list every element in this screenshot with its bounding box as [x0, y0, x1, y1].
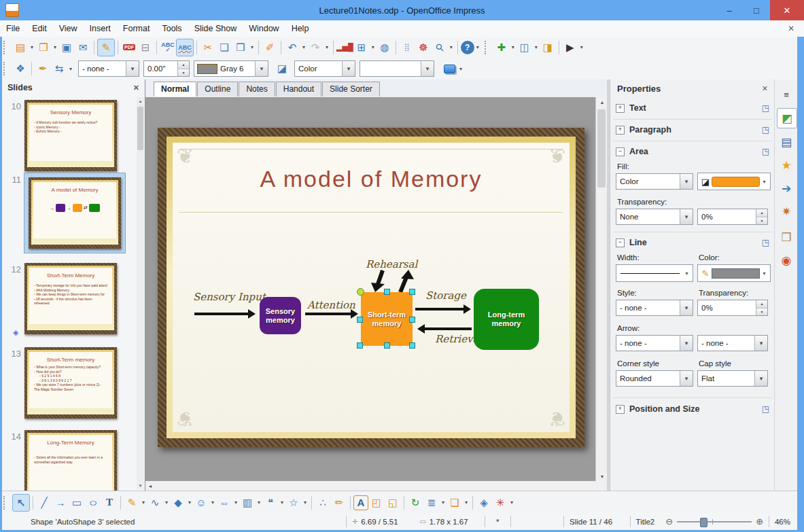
menu-item-window[interactable]: Window [243, 20, 285, 37]
callouts-icon[interactable]: ❝ [262, 495, 279, 511]
alignment-dropdown-arrow[interactable]: ▾ [440, 495, 447, 511]
line-tool-icon[interactable]: ╱ [36, 495, 52, 511]
new-slide-dropdown-arrow[interactable]: ▾ [510, 39, 517, 56]
maximize-button[interactable]: □ [743, 0, 770, 20]
drawing-toolbar-overflow-arrow[interactable]: ▾ [508, 495, 515, 511]
properties-close-icon[interactable]: ✕ [762, 84, 768, 93]
selection-handle-adjust[interactable] [357, 288, 364, 296]
spellcheck-icon[interactable]: ABC✓ [160, 39, 176, 56]
save-icon[interactable]: ▣ [58, 39, 75, 56]
toolbar-grip[interactable] [3, 41, 10, 54]
scroll-up-icon[interactable]: ▲ [597, 97, 607, 107]
arrow-start-select[interactable]: - none - ▾ [616, 335, 693, 351]
toolbar-grip[interactable] [3, 62, 10, 75]
menu-item-format[interactable]: Format [117, 20, 156, 37]
flowchart-icon[interactable]: ▥ [239, 495, 256, 511]
fill-style-dropdown-arrow[interactable]: ▾ [680, 174, 693, 189]
redo-icon[interactable]: ↷ [307, 39, 324, 56]
redo-dropdown-arrow[interactable]: ▾ [324, 39, 330, 56]
slide-workspace[interactable]: ❦ ❦ ❦ ❦ A model of Memory Sensory Input … [145, 97, 607, 481]
paragraph-dialog-launcher-icon[interactable]: ◳ [762, 125, 769, 135]
line-color-select[interactable]: Gray 6 ▾ [194, 60, 268, 77]
close-button[interactable]: ✕ [770, 0, 804, 20]
line-color-dropdown-arrow[interactable]: ▾ [255, 61, 268, 76]
arrow-end-select[interactable]: - none - ▾ [697, 335, 768, 351]
glue-points-icon[interactable]: ✏ [331, 495, 347, 511]
open-dropdown-arrow[interactable]: ▾ [52, 39, 58, 56]
clone-formatting-icon[interactable]: ✐ [262, 39, 278, 56]
line-width-spin-up[interactable]: ▲ [178, 61, 189, 69]
transparency-type-dropdown-arrow[interactable]: ▾ [680, 209, 693, 224]
label-attention[interactable]: Attention [307, 299, 355, 311]
arrow-attention[interactable] [305, 313, 351, 315]
chart-icon[interactable]: ▂▅█ [336, 39, 353, 56]
corner-style-dropdown-arrow[interactable]: ▾ [680, 371, 693, 386]
expand-icon[interactable]: + [616, 126, 625, 135]
scrollbar-thumb[interactable] [597, 109, 606, 188]
spin-down-icon[interactable]: ▼ [756, 217, 767, 225]
cut-icon[interactable]: ✂ [200, 39, 216, 56]
open-icon[interactable]: ❐ [35, 39, 52, 56]
menu-item-help[interactable]: Help [285, 20, 315, 37]
rotate-icon[interactable]: ↻ [407, 495, 423, 511]
stars-dropdown-arrow[interactable]: ▾ [302, 495, 309, 511]
transparency-value-input[interactable]: 0% ▲▼ [697, 209, 768, 225]
collapse-icon[interactable]: − [616, 147, 625, 156]
transparency-type-select[interactable]: None ▾ [616, 209, 693, 225]
new-document-dropdown-arrow[interactable]: ▾ [29, 39, 35, 56]
line-width-input[interactable]: 0.00" ▲▼ [143, 60, 190, 77]
extrusion-icon[interactable]: ◈ [476, 495, 492, 511]
tab-normal[interactable]: Normal [154, 82, 196, 96]
possize-dialog-launcher-icon[interactable]: ◳ [762, 404, 769, 414]
tab-slide-sorter[interactable]: Slide Sorter [322, 82, 380, 96]
selection-handle-top-right[interactable] [409, 289, 415, 295]
undo-dropdown-arrow[interactable]: ▾ [300, 39, 307, 56]
arrow-end-dropdown-arrow[interactable]: ▾ [754, 336, 767, 351]
slide-thumbnail-10[interactable]: 10 Sensory Memory A Memory sub-function … [2, 100, 117, 171]
zoom-slider[interactable]: ⊖ ⊕ [660, 513, 769, 530]
slides-panel-close-icon[interactable]: ✕ [133, 84, 139, 92]
area-dialog-icon[interactable]: ◪ [274, 60, 290, 77]
collapse-icon[interactable]: − [616, 238, 625, 247]
sidebar-tab-gallery[interactable]: ❒ [777, 228, 796, 247]
grid-icon[interactable]: ⣿ [399, 39, 415, 56]
sidebar-tab-navigator[interactable]: ◉ [777, 251, 796, 270]
scroll-up-icon[interactable]: ▲ [137, 97, 144, 105]
zoom-in-icon[interactable]: ⊕ [756, 516, 763, 527]
fill-color-select[interactable]: ▾ [360, 60, 434, 77]
select-tool-icon[interactable]: ↖ [12, 494, 30, 512]
arrow-style-dropdown-arrow[interactable]: ▾ [67, 60, 74, 77]
line-transparency-input[interactable]: 0% ▲▼ [697, 300, 768, 316]
line-color-button[interactable]: ✎ ▾ [697, 264, 771, 282]
spin-up-icon[interactable]: ▲ [756, 300, 767, 308]
slide-thumbnail-14[interactable]: 14 Long-Term Memory Stores all the infor… [2, 430, 117, 491]
slide-layout-dropdown-arrow[interactable]: ▾ [533, 39, 540, 56]
text-dialog-launcher-icon[interactable]: ◳ [762, 103, 769, 113]
arrange-dropdown-arrow[interactable]: ▾ [463, 495, 470, 511]
edit-file-icon[interactable]: ✎ [97, 39, 115, 56]
section-line[interactable]: − Line ◳ [610, 234, 775, 251]
edit-points-icon[interactable]: ∴ [315, 495, 331, 511]
copy-icon[interactable]: ❏ [216, 39, 232, 56]
menu-item-slideshow[interactable]: Slide Show [188, 20, 243, 37]
menu-item-file[interactable]: File [0, 20, 26, 37]
connector-tool-icon[interactable]: ∿ [147, 495, 163, 511]
tab-handout[interactable]: Handout [276, 82, 321, 96]
basic-shapes-icon[interactable]: ◆ [170, 495, 186, 511]
hyperlink-icon[interactable]: ◍ [377, 39, 393, 56]
slideshow-icon[interactable]: ▶ [562, 39, 578, 56]
curve-dropdown-arrow[interactable]: ▾ [140, 495, 147, 511]
fontwork-icon[interactable]: A [353, 495, 368, 510]
selection-handle-bottom[interactable] [384, 342, 390, 349]
slide-title[interactable]: A model of Memory [173, 166, 570, 192]
connector-dropdown-arrow[interactable]: ▾ [163, 495, 170, 511]
slide-thumbnail-11-selected[interactable]: 11 A model of Memory → → ⇄ [2, 173, 125, 253]
arrow-tool-icon[interactable]: → [52, 495, 69, 511]
curve-tool-icon[interactable]: ✎ [124, 495, 140, 511]
menu-item-edit[interactable]: Edit [26, 20, 53, 37]
box-sensory-memory[interactable]: Sensory memory [260, 297, 301, 334]
insert-picture-icon[interactable]: ◰ [368, 495, 385, 511]
new-slide-icon[interactable]: ✚ [493, 39, 510, 56]
print-icon[interactable]: ⊟ [137, 39, 154, 56]
symbol-shapes-icon[interactable]: ☺ [193, 495, 209, 511]
